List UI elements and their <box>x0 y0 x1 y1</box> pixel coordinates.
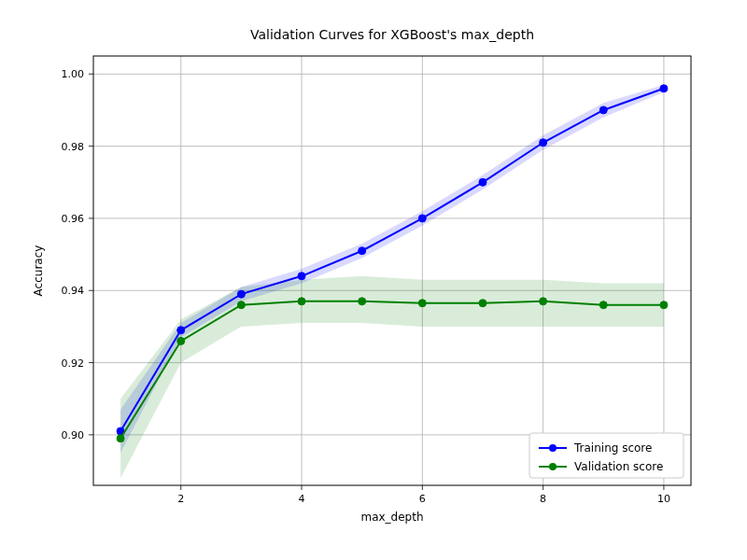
series-marker <box>540 298 547 305</box>
series-marker <box>418 300 426 307</box>
x-tick-label: 10 <box>657 493 670 505</box>
series-marker <box>479 300 486 307</box>
x-tick-label: 6 <box>419 493 426 505</box>
series-marker <box>540 139 547 147</box>
legend-marker <box>549 444 557 452</box>
x-tick-label: 4 <box>299 493 305 505</box>
series-marker <box>298 298 305 305</box>
y-tick-label: 0.98 <box>62 141 85 153</box>
x-tick-label: 2 <box>177 493 184 505</box>
series-marker <box>177 337 185 344</box>
legend-label: Validation score <box>574 460 663 473</box>
confidence-band <box>120 85 664 453</box>
series-marker <box>177 327 185 334</box>
y-tick-label: 0.90 <box>62 429 85 441</box>
y-tick-label: 0.96 <box>62 213 85 225</box>
series-marker <box>660 85 668 92</box>
series-marker <box>660 301 668 309</box>
series-marker <box>237 301 245 309</box>
chart-svg: 2468100.900.920.940.960.981.00max_depthA… <box>0 0 747 560</box>
series-line <box>120 89 664 431</box>
series-marker <box>479 178 486 186</box>
series-marker <box>359 247 366 255</box>
y-axis-label: Accuracy <box>32 245 45 297</box>
plot-border <box>93 56 691 485</box>
series-marker <box>117 435 124 442</box>
chart-container: 2468100.900.920.940.960.981.00max_depthA… <box>0 0 747 560</box>
y-tick-label: 1.00 <box>62 68 85 80</box>
x-axis-label: max_depth <box>360 511 423 524</box>
legend-marker <box>549 463 557 470</box>
x-tick-label: 8 <box>540 493 546 505</box>
y-tick-label: 0.92 <box>62 357 85 370</box>
series-marker <box>298 273 305 280</box>
legend-label: Training score <box>573 441 652 455</box>
series-marker <box>599 106 607 114</box>
y-tick-label: 0.94 <box>62 285 85 297</box>
series-marker <box>418 215 426 222</box>
series-marker <box>599 301 607 309</box>
chart-title: Validation Curves for XGBoost's max_dept… <box>250 27 534 42</box>
series-marker <box>359 298 366 305</box>
series-marker <box>237 290 245 298</box>
